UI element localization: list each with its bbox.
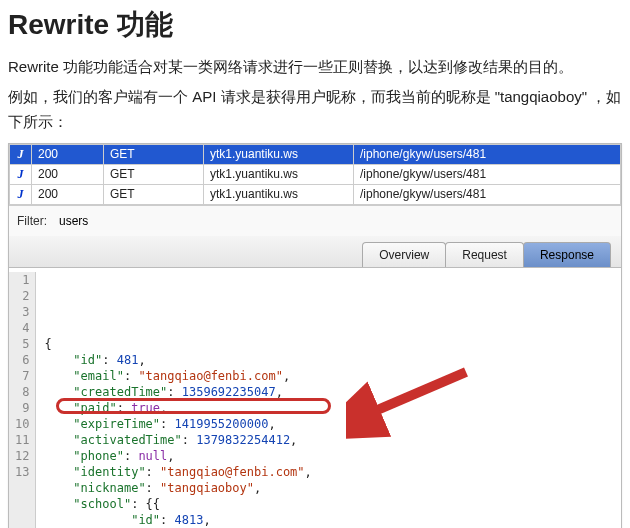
json-line: "expireTime": 1419955200000, — [44, 416, 621, 432]
path: /iphone/gkyw/users/481 — [354, 144, 621, 164]
json-line: "school": {{ — [44, 496, 621, 512]
json-line: "id": 481, — [44, 352, 621, 368]
filter-label: Filter: — [17, 214, 47, 228]
table-row[interactable]: J200GETytk1.yuantiku.ws/iphone/gkyw/user… — [10, 184, 621, 204]
status-code: 200 — [32, 184, 104, 204]
intro-paragraph-1: Rewrite 功能功能适合对某一类网络请求进行一些正则替换，以达到修改结果的目… — [8, 54, 622, 80]
tab-overview[interactable]: Overview — [362, 242, 446, 267]
json-line: "nickname": "tangqiaoboy", — [44, 480, 621, 496]
http-method: GET — [104, 164, 204, 184]
filter-bar: Filter: — [9, 205, 621, 236]
host: ytk1.yuantiku.ws — [204, 184, 354, 204]
path: /iphone/gkyw/users/481 — [354, 184, 621, 204]
http-method: GET — [104, 144, 204, 164]
charles-panel: J200GETytk1.yuantiku.ws/iphone/gkyw/user… — [8, 143, 622, 529]
detail-tabs: Overview Request Response — [9, 236, 621, 268]
json-line: "phone": null, — [44, 448, 621, 464]
filter-input[interactable] — [55, 212, 613, 230]
table-row[interactable]: J200GETytk1.yuantiku.ws/iphone/gkyw/user… — [10, 164, 621, 184]
json-line: "id": 4813, — [44, 512, 621, 528]
response-body: 12345678910111213 { "id": 481, "email": … — [9, 268, 621, 529]
intro-paragraph-2: 例如，我们的客户端有一个 API 请求是获得用户昵称，而我当前的昵称是 "tan… — [8, 84, 622, 135]
json-line: "createdTime": 1359692235047, — [44, 384, 621, 400]
status-code: 200 — [32, 164, 104, 184]
path: /iphone/gkyw/users/481 — [354, 164, 621, 184]
line-number-gutter: 12345678910111213 — [9, 272, 36, 529]
status-code: 200 — [32, 144, 104, 164]
json-line: "identity": "tangqiao@fenbi.com", — [44, 464, 621, 480]
json-line: "email": "tangqiao@fenbi.com", — [44, 368, 621, 384]
json-line: "paid": true, — [44, 400, 621, 416]
type-glyph: J — [10, 144, 32, 164]
type-glyph: J — [10, 184, 32, 204]
tab-request[interactable]: Request — [445, 242, 524, 267]
type-glyph: J — [10, 164, 32, 184]
page-title: Rewrite 功能 — [8, 6, 622, 44]
table-row[interactable]: J200GETytk1.yuantiku.ws/iphone/gkyw/user… — [10, 144, 621, 164]
json-line: { — [44, 336, 621, 352]
host: ytk1.yuantiku.ws — [204, 164, 354, 184]
request-table: J200GETytk1.yuantiku.ws/iphone/gkyw/user… — [9, 144, 621, 205]
http-method: GET — [104, 184, 204, 204]
json-source: { "id": 481, "email": "tangqiao@fenbi.co… — [36, 272, 621, 529]
host: ytk1.yuantiku.ws — [204, 144, 354, 164]
json-line: "activatedTime": 1379832254412, — [44, 432, 621, 448]
tab-response[interactable]: Response — [523, 242, 611, 267]
